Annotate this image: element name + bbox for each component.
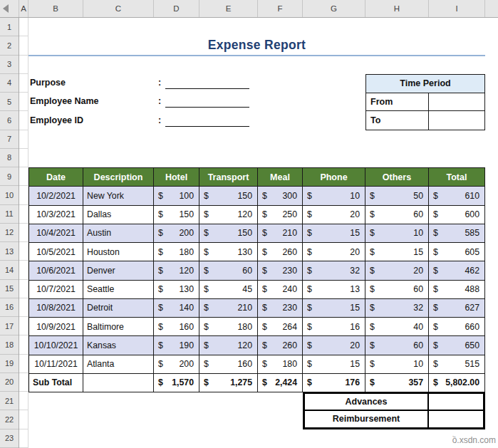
others-cell[interactable]: $ 40 [365, 318, 429, 336]
transport-cell[interactable]: $ 45 [199, 281, 258, 299]
select-all-corner[interactable] [0, 0, 19, 17]
transport-cell[interactable]: $ 150 [199, 224, 258, 243]
meal-cell[interactable]: $ 230 [258, 261, 303, 280]
row-header[interactable]: 8 [0, 149, 19, 167]
employee-id-input-line[interactable] [165, 126, 249, 127]
row-header[interactable]: 19 [0, 355, 19, 373]
employee-name-input-line[interactable] [165, 107, 249, 108]
row-header[interactable]: 18 [0, 335, 19, 354]
date-cell[interactable]: 10/10/2021 [29, 336, 83, 355]
date-cell[interactable]: 10/3/2021 [29, 206, 83, 224]
header-date[interactable]: Date [29, 168, 83, 187]
subtotal-description-cell[interactable] [83, 374, 154, 392]
hotel-cell[interactable]: $ 150 [154, 206, 199, 224]
row-header[interactable]: 2 [0, 36, 19, 55]
transport-cell[interactable]: $ 120 [199, 336, 258, 355]
others-cell[interactable]: $ 60 [365, 206, 429, 224]
hotel-cell[interactable]: $ 200 [154, 224, 199, 243]
transport-cell[interactable]: $ 130 [199, 243, 258, 261]
description-cell[interactable]: New York [83, 187, 154, 205]
phone-cell[interactable]: $ 13 [303, 281, 365, 299]
others-cell[interactable]: $ 32 [365, 299, 429, 318]
description-cell[interactable]: Seattle [83, 281, 154, 299]
date-cell[interactable]: 10/8/2021 [29, 299, 83, 318]
date-cell[interactable]: 10/4/2021 [29, 224, 83, 243]
row-header[interactable]: 23 [0, 429, 19, 448]
advances-value-cell[interactable] [429, 394, 483, 411]
row-header[interactable]: 11 [0, 205, 19, 224]
row-header[interactable]: 3 [0, 56, 19, 74]
time-period-to-value[interactable] [429, 111, 484, 130]
transport-cell[interactable]: $ 60 [199, 261, 258, 280]
hotel-cell[interactable]: $ 160 [154, 318, 199, 336]
meal-cell[interactable]: $ 260 [258, 336, 303, 355]
others-cell[interactable]: $ 50 [365, 187, 429, 205]
hotel-cell[interactable]: $ 120 [154, 261, 199, 280]
date-cell[interactable]: 10/7/2021 [29, 281, 83, 299]
total-cell[interactable]: $ 585 [429, 224, 485, 243]
meal-cell[interactable]: $ 264 [258, 318, 303, 336]
row-header[interactable]: 12 [0, 224, 19, 242]
hotel-cell[interactable]: $ 100 [154, 187, 199, 205]
subtotal-hotel-cell[interactable]: $ 1,570 [154, 374, 199, 392]
row-header[interactable]: 5 [0, 93, 19, 111]
description-cell[interactable]: Atlanta [83, 355, 154, 374]
column-header-b[interactable]: B [28, 0, 83, 17]
others-cell[interactable]: $ 15 [365, 243, 429, 261]
row-header[interactable]: 4 [0, 74, 19, 93]
phone-cell[interactable]: $ 20 [303, 243, 365, 261]
total-cell[interactable]: $ 650 [429, 336, 485, 355]
others-cell[interactable]: $ 60 [365, 281, 429, 299]
description-cell[interactable]: Detroit [83, 299, 154, 318]
phone-cell[interactable]: $ 16 [303, 318, 365, 336]
total-cell[interactable]: $ 627 [429, 299, 485, 318]
phone-cell[interactable]: $ 20 [303, 206, 365, 224]
others-cell[interactable]: $ 10 [365, 355, 429, 374]
column-header-d[interactable]: D [154, 0, 199, 17]
header-description[interactable]: Description [83, 168, 154, 187]
subtotal-label-cell[interactable]: Sub Total [29, 374, 83, 392]
header-total[interactable]: Total [429, 168, 485, 187]
description-cell[interactable]: Dallas [83, 206, 154, 224]
row-header[interactable]: 17 [0, 317, 19, 335]
transport-cell[interactable]: $ 210 [199, 299, 258, 318]
description-cell[interactable]: Kansas [83, 336, 154, 355]
row-header[interactable]: 22 [0, 410, 19, 429]
total-cell[interactable]: $ 660 [429, 318, 485, 336]
subtotal-meal-cell[interactable]: $ 2,424 [258, 374, 303, 392]
total-cell[interactable]: $ 462 [429, 261, 485, 280]
total-cell[interactable]: $ 515 [429, 355, 485, 374]
column-header-f[interactable]: F [258, 0, 303, 17]
column-header-g[interactable]: G [303, 0, 365, 17]
transport-cell[interactable]: $ 180 [199, 318, 258, 336]
page-title[interactable]: Expense Report [28, 36, 485, 56]
column-header-a[interactable]: A [19, 0, 28, 17]
meal-cell[interactable]: $ 180 [258, 355, 303, 374]
header-transport[interactable]: Transport [199, 168, 258, 187]
hotel-cell[interactable]: $ 140 [154, 299, 199, 318]
subtotal-total-cell[interactable]: $ 5,802.00 [429, 374, 485, 392]
meal-cell[interactable]: $ 230 [258, 299, 303, 318]
row-header[interactable]: 14 [0, 261, 19, 279]
purpose-input-line[interactable] [165, 88, 249, 89]
date-cell[interactable]: 10/9/2021 [29, 318, 83, 336]
column-header-c[interactable]: C [83, 0, 154, 17]
others-cell[interactable]: $ 10 [365, 224, 429, 243]
phone-cell[interactable]: $ 20 [303, 336, 365, 355]
header-meal[interactable]: Meal [258, 168, 303, 187]
column-header-h[interactable]: H [365, 0, 429, 17]
row-header[interactable]: 13 [0, 242, 19, 261]
header-phone[interactable]: Phone [303, 168, 365, 187]
date-cell[interactable]: 10/5/2021 [29, 243, 83, 261]
row-header[interactable]: 20 [0, 373, 19, 392]
row-header[interactable]: 9 [0, 167, 19, 186]
date-cell[interactable]: 10/6/2021 [29, 261, 83, 280]
phone-cell[interactable]: $ 10 [303, 187, 365, 205]
subtotal-transport-cell[interactable]: $ 1,275 [199, 374, 258, 392]
others-cell[interactable]: $ 60 [365, 336, 429, 355]
total-cell[interactable]: $ 488 [429, 281, 485, 299]
total-cell[interactable]: $ 610 [429, 187, 485, 205]
meal-cell[interactable]: $ 240 [258, 281, 303, 299]
transport-cell[interactable]: $ 120 [199, 206, 258, 224]
phone-cell[interactable]: $ 32 [303, 261, 365, 280]
